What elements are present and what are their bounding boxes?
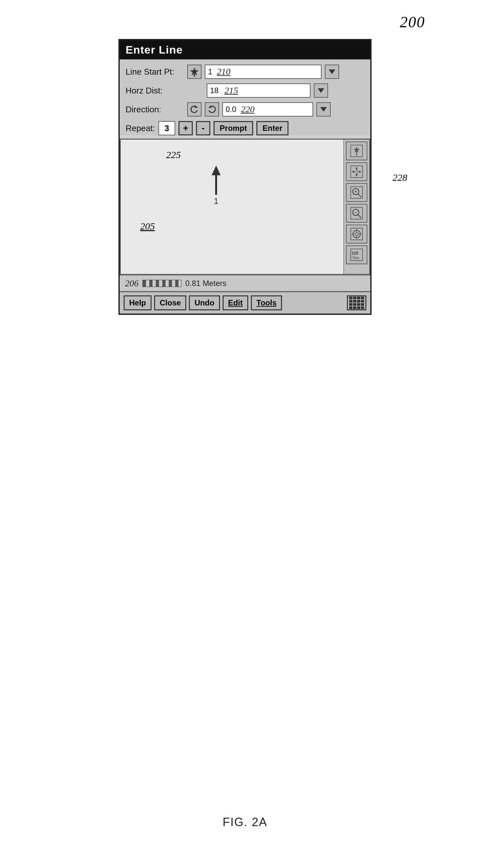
direction-row: Direction: 0.0	[126, 102, 364, 117]
line-start-pt-row: Line Start Pt: 1 210	[126, 65, 364, 79]
svg-text:123: 123	[352, 251, 359, 255]
dialog: Enter Line Line Start Pt: 1	[119, 39, 371, 315]
horz-dist-row: Horz Dist: 18 215	[126, 84, 364, 98]
line-start-input[interactable]: 1 210	[205, 65, 322, 79]
dropdown-arrow-icon3	[320, 107, 327, 112]
dialog-titlebar: Enter Line	[120, 40, 370, 59]
close-label: Close	[160, 298, 181, 307]
dropdown-arrow-icon2	[318, 88, 324, 93]
ccw-arrow-icon	[190, 104, 199, 114]
zoom-in-icon	[350, 186, 363, 199]
toolbar-target-btn[interactable]	[346, 225, 367, 244]
scale-bar-graphic	[142, 280, 182, 287]
prompt-button[interactable]: Prompt	[214, 121, 253, 135]
line-start-icon-btn[interactable]	[187, 65, 201, 79]
star-arrow-icon	[190, 67, 199, 76]
edit-label: Edit	[228, 298, 243, 307]
enter-button[interactable]: Enter	[256, 121, 289, 135]
direction-input[interactable]: 0.0 220	[222, 102, 313, 117]
annotation-205: 205	[140, 221, 155, 232]
dropdown-arrow-icon	[329, 69, 335, 74]
dialog-body: Line Start Pt: 1 210	[120, 59, 370, 135]
dialog-wrapper: 228 Enter Line Line Start Pt:	[119, 39, 371, 315]
repeat-input[interactable]: 3	[158, 121, 175, 135]
line-start-dropdown[interactable]	[325, 65, 339, 79]
arrow-label: 1	[214, 196, 218, 206]
svg-text:Des: Des	[353, 256, 360, 260]
annotation-225: 225	[166, 149, 181, 160]
minus-button[interactable]: -	[196, 121, 210, 135]
figure-number-top: 200	[400, 13, 425, 31]
svg-rect-17	[358, 172, 360, 173]
toolbar-zoom-out-btn[interactable]	[346, 204, 367, 223]
line-start-pt-label: Line Start Pt:	[126, 67, 184, 77]
repeat-row: Repeat: 3 + - Prompt Enter	[126, 121, 364, 135]
target-icon	[350, 227, 363, 241]
right-toolbar: 123 Des	[343, 140, 369, 274]
direction-cw-btn[interactable]	[205, 102, 219, 117]
direction-handwritten: 220	[241, 104, 254, 115]
line-start-handwritten: 210	[217, 66, 230, 77]
horz-dist-input[interactable]: 18 215	[207, 84, 311, 98]
svg-rect-11	[356, 168, 357, 171]
direction-value: 0.0	[226, 105, 236, 114]
repeat-label: Repeat:	[126, 123, 155, 133]
123-dec-icon: 123 Des	[350, 248, 363, 261]
arrow-shaft	[215, 175, 217, 195]
page: 200 228 Enter Line Line Start Pt:	[0, 0, 490, 868]
toolbar-arrows-btn[interactable]	[346, 162, 367, 181]
canvas-area: 225 1 205	[120, 138, 370, 275]
horz-dist-label: Horz Dist:	[126, 86, 184, 96]
plus-button[interactable]: +	[178, 121, 193, 135]
annotation-206: 206	[125, 278, 138, 288]
scale-bar-row: 206 0.81 Meters	[120, 275, 370, 291]
figure-label: FIG. 2A	[223, 815, 267, 829]
direction-label: Direction:	[126, 104, 184, 115]
undo-label: Undo	[194, 298, 214, 307]
tools-button[interactable]: Tools	[251, 296, 282, 310]
horz-dist-value: 18	[210, 86, 219, 95]
tools-label: Tools	[256, 298, 276, 307]
zoom-out-icon	[350, 207, 363, 220]
close-button[interactable]: Close	[154, 296, 186, 310]
canvas-main: 225 1 205	[121, 140, 343, 274]
toolbar-123dec-btn[interactable]: 123 Des	[346, 245, 367, 264]
toolbar-star-move-btn[interactable]	[346, 142, 367, 160]
direction-dropdown[interactable]	[316, 102, 331, 117]
edit-button[interactable]: Edit	[223, 296, 248, 310]
undo-button[interactable]: Undo	[189, 296, 220, 310]
arrow-up-icon	[211, 165, 221, 175]
help-button[interactable]: Help	[124, 296, 152, 310]
svg-rect-15	[353, 172, 356, 173]
scale-bar-label: 0.81 Meters	[185, 279, 227, 288]
svg-rect-13	[356, 173, 357, 175]
grid-icon	[349, 297, 364, 309]
help-label: Help	[129, 298, 146, 307]
direction-ccw-btn[interactable]	[187, 102, 201, 117]
toolbar-zoom-in-btn[interactable]	[346, 183, 367, 202]
grid-button[interactable]	[347, 296, 366, 310]
bottom-bar: Help Close Undo Edit Tools	[120, 291, 370, 314]
annotation-228: 228	[393, 172, 407, 183]
svg-marker-2	[193, 75, 195, 76]
four-arrows-icon	[350, 165, 363, 178]
cw-arrow-icon	[207, 104, 217, 114]
star-move-icon	[350, 145, 363, 157]
canvas-arrow: 1	[211, 165, 221, 206]
horz-dist-handwritten: 215	[225, 85, 238, 96]
horz-dist-dropdown[interactable]	[314, 84, 328, 98]
line-start-value: 1	[208, 67, 212, 76]
